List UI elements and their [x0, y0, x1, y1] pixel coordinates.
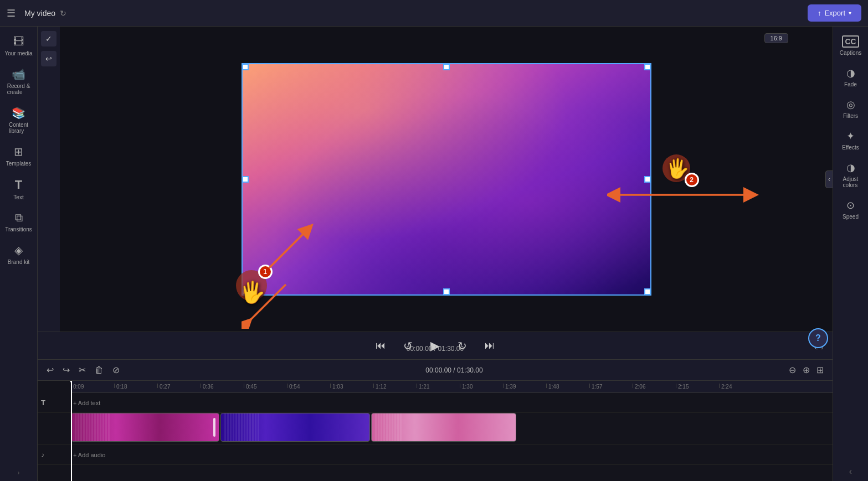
sidebar-label-content-library: Contentlibrary: [9, 122, 28, 134]
undo-button[interactable]: ↩: [44, 363, 56, 377]
refresh-icon[interactable]: ↻: [60, 9, 66, 18]
ruler-mark-2: 0:27: [157, 384, 201, 390]
handle-ml[interactable]: [242, 176, 249, 183]
topbar: ☰ My video ↻ ↑ Export ▾: [0, 0, 868, 27]
cut-button[interactable]: ✂: [76, 363, 88, 377]
sidebar-item-transitions[interactable]: ⧉ Transitions: [2, 207, 36, 237]
sidebar-label-your-media: Your media: [4, 50, 32, 56]
export-button[interactable]: ↑ Export ▾: [808, 4, 861, 22]
preview-area: ✓ ↩: [38, 27, 833, 332]
ruler-mark-12: 1:57: [589, 384, 633, 390]
effects-label: Effects: [842, 144, 859, 151]
main-layout: 🎞 Your media 📹 Record &create 📚 Contentl…: [0, 27, 868, 481]
preview-collapse-btn[interactable]: ‹: [825, 170, 833, 188]
help-button[interactable]: ?: [808, 328, 828, 348]
delete-button[interactable]: 🗑: [93, 363, 106, 377]
right-sidebar: CC Captions ◑ Fade ◎ Filters ✦ Effects ◑…: [833, 27, 868, 481]
menu-icon[interactable]: ☰: [7, 7, 16, 19]
adjust-colors-icon: ◑: [846, 162, 855, 174]
ruler-mark-9: 1:30: [460, 384, 503, 390]
right-sidebar-item-speed[interactable]: ⊙ Speed: [835, 195, 867, 224]
ruler-mark-4: 0:45: [244, 384, 287, 390]
controls-bar: ⏮ ↺ ▶ ↻ ⏭ 00:00.00 / 01:30.00 ⛶: [38, 332, 833, 359]
export-icon: ↑: [818, 9, 821, 17]
sidebar-item-text[interactable]: T Text: [2, 173, 36, 205]
add-text-button[interactable]: + Add text: [71, 397, 102, 408]
ruler-mark-10: 1:39: [503, 384, 546, 390]
aspect-ratio-badge[interactable]: 16:9: [764, 33, 788, 43]
sidebar-item-record-create[interactable]: 📹 Record &create: [2, 63, 36, 100]
export-dropdown-arrow: ▾: [849, 10, 851, 16]
captions-icon: CC: [842, 35, 859, 48]
filters-icon: ◎: [846, 99, 855, 111]
clip-strip: [71, 413, 516, 442]
text-track-row: T + Add text: [38, 393, 833, 413]
right-sidebar-item-adjust-colors[interactable]: ◑ Adjustcolors: [835, 157, 867, 193]
right-sidebar-item-captions[interactable]: CC Captions: [835, 31, 867, 60]
clip-segment-1[interactable]: [71, 413, 219, 442]
clip-segment-3[interactable]: [371, 413, 516, 442]
templates-icon: ⊞: [14, 145, 23, 158]
fade-icon: ◑: [846, 67, 855, 79]
filters-label: Filters: [843, 113, 858, 119]
zoom-out-button[interactable]: ⊖: [787, 363, 798, 377]
sidebar-item-content-library[interactable]: 📚 Contentlibrary: [2, 102, 36, 138]
check-tool-btn[interactable]: ✓: [41, 31, 57, 46]
arrow-horizontal: [607, 184, 762, 206]
record-create-icon: 📹: [12, 68, 25, 81]
ruler-mark-13: 2:06: [633, 384, 676, 390]
ruler-mark-15: 2:24: [719, 384, 762, 390]
arrow-annotation-1b: [242, 279, 297, 329]
video-track-content[interactable]: [71, 413, 833, 444]
handle-tl[interactable]: [242, 64, 249, 70]
center-area: ✓ ↩: [38, 27, 833, 481]
sidebar-item-templates[interactable]: ⊞ Templates: [2, 141, 36, 171]
skip-back-button[interactable]: ⏮: [371, 338, 390, 354]
adjust-colors-label: Adjustcolors: [843, 176, 859, 188]
redo-button[interactable]: ↪: [60, 363, 72, 377]
handle-tr[interactable]: [644, 64, 651, 70]
sidebar-label-brand-kit: Brand kit: [8, 259, 29, 265]
skip-fwd-button[interactable]: ⏭: [480, 338, 499, 354]
right-sidebar-collapse-btn[interactable]: ‹: [845, 462, 856, 481]
fade-label: Fade: [844, 81, 857, 87]
sidebar-label-record-create: Record &create: [7, 83, 30, 95]
right-sidebar-item-effects[interactable]: ✦ Effects: [835, 126, 867, 155]
speed-icon: ⊙: [846, 199, 855, 211]
timeline-content: 0:090:180:270:360:450:541:031:121:211:30…: [38, 381, 833, 481]
add-audio-button[interactable]: + Add audio: [71, 449, 107, 461]
video-frame-container: 🖐 1: [242, 63, 651, 296]
fit-button[interactable]: ⊞: [814, 363, 826, 377]
ruler-mark-8: 1:21: [417, 384, 460, 390]
sidebar-item-brand-kit[interactable]: ◈ Brand kit: [2, 239, 36, 270]
ruler-mark-3: 0:36: [201, 384, 244, 390]
svg-line-1: [247, 285, 286, 323]
handle-bc[interactable]: [443, 288, 450, 295]
tracks-container: T + Add text: [38, 393, 833, 481]
ruler-mark-0: 0:09: [71, 384, 114, 390]
project-title: My video: [24, 9, 55, 18]
undo-tool-btn[interactable]: ↩: [41, 51, 57, 66]
preview-left-tools: ✓ ↩: [38, 27, 60, 332]
right-sidebar-item-fade[interactable]: ◑ Fade: [835, 63, 867, 92]
zoom-in-button[interactable]: ⊕: [800, 363, 812, 377]
text-track-content: + Add text: [71, 393, 833, 413]
right-sidebar-item-filters[interactable]: ◎ Filters: [835, 94, 867, 123]
audio-track-label: ♪: [38, 451, 71, 459]
your-media-icon: 🎞: [13, 35, 24, 48]
svg-line-0: [269, 229, 308, 268]
timeline-time-display: 00:00.00 / 01:30.00: [425, 366, 482, 374]
left-sidebar: 🎞 Your media 📹 Record &create 📚 Contentl…: [0, 27, 38, 481]
split-button[interactable]: ⊘: [110, 363, 122, 377]
sidebar-label-text: Text: [13, 194, 23, 200]
clip-segment-2[interactable]: [220, 413, 370, 442]
speed-label: Speed: [843, 214, 859, 220]
text-track-label: T: [38, 399, 71, 407]
annotation-1: 🖐 1: [230, 240, 297, 307]
handle-br[interactable]: [644, 288, 651, 295]
video-track-label: [38, 413, 71, 444]
effects-icon: ✦: [846, 130, 855, 142]
sidebar-expand-btn[interactable]: ›: [13, 464, 24, 481]
sidebar-item-your-media[interactable]: 🎞 Your media: [2, 31, 36, 61]
handle-tc[interactable]: [443, 64, 450, 70]
